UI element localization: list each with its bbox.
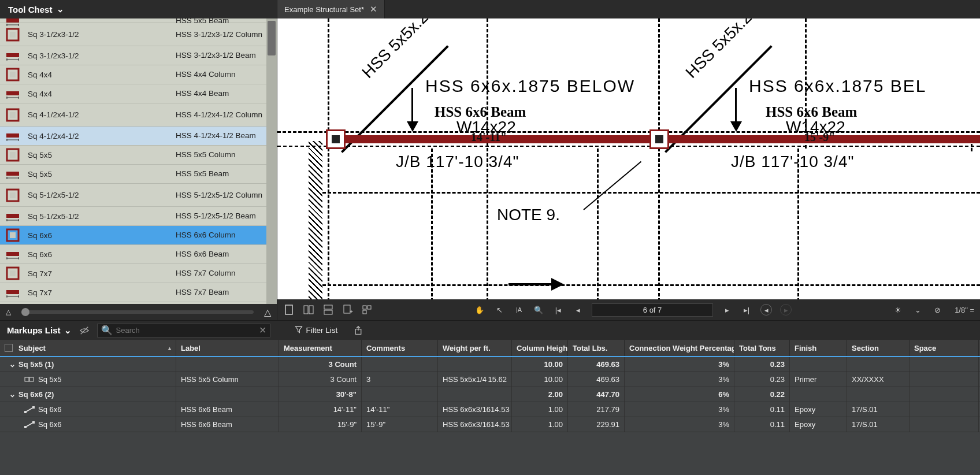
collapse-icon[interactable]: ⌄ — [8, 390, 16, 399]
cell-measurement: 14'-11" — [279, 402, 362, 417]
grid-body[interactable]: ⌄ Sq 5x5 (1)3 Count10.00469.633%0.23Sq 5… — [0, 357, 980, 475]
page-indicator[interactable]: 6 of 7 — [592, 303, 713, 317]
tool-item[interactable]: Sq 5x5HSS 5x5 Beam — [0, 165, 277, 184]
markup-row[interactable]: Sq 6x6HSS 6x6 Beam15'-9"15'-9"HSS 6x6x3/… — [0, 417, 980, 432]
prev-page-icon[interactable]: ◂ — [572, 304, 584, 316]
tool-item[interactable]: Sq 4-1/2x4-1/2HSS 4-1/2x4-1/2 Beam — [0, 127, 277, 146]
col-total-tons[interactable]: Total Tons — [734, 340, 790, 356]
size-larger-icon[interactable]: △ — [264, 307, 271, 318]
col-weight-per-ft[interactable]: Weight per ft. — [438, 340, 512, 356]
cell-total-lbs: 217.79 — [568, 402, 625, 417]
col-total-lbs[interactable]: Total Lbs. — [568, 340, 625, 356]
group-row[interactable]: ⌄ Sq 5x5 (1)3 Count10.00469.633%0.23 — [0, 357, 980, 372]
grid-line — [328, 18, 329, 299]
col-comments[interactable]: Comments — [362, 340, 438, 356]
col-subject[interactable]: Subject▴ — [0, 340, 176, 356]
tool-item[interactable]: Sq 4-1/2x4-1/2HSS 4-1/2x4-1/2 Column — [0, 103, 277, 127]
tool-item[interactable]: Sq 5x5HSS 5x5 Column — [0, 146, 277, 165]
svg-rect-12 — [6, 91, 19, 95]
document-tab[interactable]: Example Structural Set* ✕ — [277, 0, 385, 18]
split-vertical-icon[interactable] — [303, 304, 314, 316]
svg-rect-55 — [324, 305, 332, 309]
close-icon[interactable]: ✕ — [370, 4, 377, 14]
tool-item-desc: HSS 6x6 Column — [176, 231, 277, 240]
chevron-down-icon: ⌄ — [57, 4, 64, 14]
next-page-icon[interactable]: ▸ — [721, 304, 733, 316]
markup-row[interactable]: Sq 6x6HSS 6x6 Beam14'-11"14'-11"HSS 6x6x… — [0, 402, 980, 417]
tool-item[interactable]: Sq 8x8HSS 8x8 Column — [0, 302, 277, 304]
single-page-icon[interactable] — [283, 304, 295, 316]
select-icon[interactable]: ↖ — [493, 304, 505, 316]
svg-rect-41 — [10, 270, 16, 276]
tool-item[interactable]: Sq 7x7HSS 7x7 Beam — [0, 283, 277, 302]
filter-button[interactable]: Filter List — [295, 325, 338, 335]
length-label: 14'-11" — [471, 131, 507, 144]
search-field[interactable]: 🔍 ✕ — [97, 324, 270, 337]
col-finish[interactable]: Finish — [790, 340, 847, 356]
column-marker[interactable] — [649, 129, 669, 149]
hide-markups-icon[interactable] — [79, 325, 90, 336]
dimmer-icon[interactable]: ⊘ — [931, 304, 943, 316]
prev-view-icon[interactable]: ◂ — [760, 304, 772, 316]
tool-item[interactable]: Sq 5-1/2x5-1/2HSS 5-1/2x5-1/2 Beam — [0, 207, 277, 226]
search-input[interactable] — [116, 326, 255, 335]
col-section[interactable]: Section — [847, 340, 910, 356]
first-page-icon[interactable]: |◂ — [552, 304, 564, 316]
columns-icon[interactable] — [5, 344, 13, 352]
next-view-icon[interactable]: ▸ — [780, 304, 792, 316]
tool-item[interactable]: Sq 4x4HSS 4x4 Beam — [0, 84, 277, 103]
col-column-height[interactable]: Column Height — [512, 340, 568, 356]
chevron-down-icon: ⌄ — [64, 325, 72, 336]
markup-row[interactable]: Sq 5x5HSS 5x5 Column3 Count3HSS 5x5x1/41… — [0, 372, 980, 387]
tool-item-desc: HSS 5x5 Beam — [176, 18, 277, 25]
clear-icon[interactable]: ✕ — [259, 325, 266, 336]
col-conn-weight-pct[interactable]: Connection Weight Percentage — [625, 340, 734, 356]
col-space[interactable]: Space — [910, 340, 979, 356]
scrollbar-thumb[interactable] — [268, 21, 276, 55]
cell-space — [910, 357, 979, 372]
tool-chest-list[interactable]: HSS 5x5 BeamSq 3-1/2x3-1/2HSS 3-1/2x3-1/… — [0, 18, 277, 304]
tool-item[interactable]: Sq 6x6HSS 6x6 Column — [0, 226, 277, 245]
chevron-down-icon[interactable]: ⌄ — [912, 304, 923, 316]
drawing-canvas[interactable]: HSS 5x5x.2 HSS 5x5x.2 HSS 6x6x.1875 BELO… — [277, 18, 980, 299]
column-icon — [0, 188, 25, 203]
brightness-icon[interactable]: ☀ — [892, 304, 904, 316]
scale-readout[interactable]: 1/8" = — [955, 306, 974, 314]
tool-item[interactable]: Sq 3-1/2x3-1/2HSS 3-1/2x3-1/2 Column — [0, 23, 277, 46]
export-icon[interactable] — [352, 325, 364, 336]
scrollbar[interactable] — [266, 18, 277, 304]
tool-item[interactable]: Sq 6x6HSS 6x6 Beam — [0, 245, 277, 264]
tool-item[interactable]: Sq 5-1/2x5-1/2HSS 5-1/2x5-1/2 Column — [0, 184, 277, 207]
group-row[interactable]: ⌄ Sq 6x6 (2)30'-8"2.00447.706%0.22 — [0, 387, 980, 402]
size-slider[interactable] — [21, 310, 254, 314]
page-add-icon[interactable]: + — [342, 304, 354, 316]
collapse-icon[interactable]: ⌄ — [8, 360, 16, 369]
text-select-icon[interactable]: |A — [513, 304, 525, 316]
tool-item-name: Sq 5x5 — [25, 151, 176, 159]
cell-wpf: HSS 6x6x3/1614.53 — [438, 417, 512, 432]
col-measurement[interactable]: Measurement — [279, 340, 362, 356]
tool-item[interactable]: Sq 4x4HSS 4x4 Column — [0, 65, 277, 84]
leader-line — [411, 88, 413, 123]
zoom-icon[interactable]: 🔍 — [533, 304, 544, 316]
wall-hatch — [309, 141, 322, 299]
cell-comments — [362, 357, 438, 372]
tool-item[interactable]: Sq 3-1/2x3-1/2HSS 3-1/2x3-1/2 Beam — [0, 46, 277, 65]
beam-icon — [24, 406, 35, 414]
pan-icon[interactable]: ✋ — [474, 304, 485, 316]
column-marker[interactable] — [326, 129, 346, 149]
thumbnails-icon[interactable] — [362, 304, 373, 316]
markups-title[interactable]: Markups List ⌄ — [7, 325, 72, 336]
tool-chest-header[interactable]: Tool Chest ⌄ — [0, 0, 277, 18]
size-smaller-icon[interactable]: △ — [6, 308, 11, 316]
arrowhead-icon — [551, 278, 564, 291]
split-horizontal-icon[interactable] — [322, 304, 334, 316]
tool-item[interactable]: HSS 5x5 Beam — [0, 18, 277, 23]
col-label[interactable]: Label — [176, 340, 279, 356]
beam-icon — [0, 48, 25, 63]
tool-item-name: Sq 5x5 — [25, 170, 176, 179]
tool-item-name: Sq 5-1/2x5-1/2 — [25, 212, 176, 221]
tool-item[interactable]: Sq 7x7HSS 7x7 Column — [0, 264, 277, 283]
cell-space — [910, 372, 979, 387]
last-page-icon[interactable]: ▸| — [741, 304, 752, 316]
